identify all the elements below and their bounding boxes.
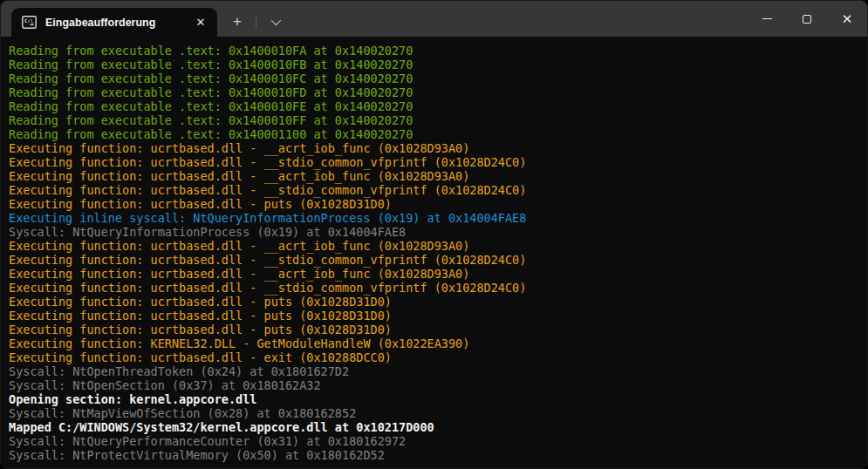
close-icon: ✕ <box>842 12 853 25</box>
terminal-line: Syscall: NtOpenSection (0x37) at 0x18016… <box>9 378 859 392</box>
terminal-line: Syscall: NtQueryInformationProcess (0x19… <box>9 225 859 239</box>
cmd-prompt-icon: C:\ <box>22 16 37 29</box>
terminal-line: Executing function: ucrtbased.dll - __ac… <box>9 141 859 155</box>
terminal-line: Executing function: ucrtbased.dll - __st… <box>9 155 859 169</box>
terminal-line: Executing function: ucrtbased.dll - __st… <box>9 253 859 267</box>
terminal-line: Syscall: NtOpenThreadToken (0x24) at 0x1… <box>9 364 859 378</box>
terminal-line: Executing function: ucrtbased.dll - puts… <box>9 295 859 309</box>
terminal-line: Opening section: kernel.appcore.dll <box>9 392 859 406</box>
terminal-line: Reading from executable .text: 0x1400010… <box>9 58 859 71</box>
svg-text:C:\: C:\ <box>24 18 33 24</box>
terminal-line: Executing function: ucrtbased.dll - __ac… <box>9 169 859 183</box>
tab-title: Eingabeaufforderung <box>45 17 191 29</box>
new-tab-button[interactable]: + <box>224 10 250 34</box>
terminal-line: Executing function: KERNEL32.DLL - GetMo… <box>9 336 859 350</box>
terminal-line: Syscall: NtQueryPerformanceCounter (0x31… <box>9 434 859 448</box>
tabbar-divider <box>256 14 256 29</box>
terminal-line: Executing function: ucrtbased.dll - __st… <box>9 281 859 295</box>
terminal-line: Syscall: NtMapViewOfSection (0x28) at 0x… <box>9 406 859 420</box>
terminal-line: Reading from executable .text: 0x1400010… <box>9 85 859 99</box>
terminal-line: Executing function: ucrtbased.dll - __ac… <box>9 267 859 281</box>
terminal-line: Reading from executable .text: 0x1400011… <box>9 127 859 141</box>
terminal-line: Executing inline syscall: NtQueryInforma… <box>9 211 859 225</box>
minimize-icon <box>762 18 772 19</box>
terminal-line: Mapped C:/WINDOWS/System32/kernel.appcor… <box>9 420 859 434</box>
terminal-line: Executing function: ucrtbased.dll - puts… <box>9 309 859 323</box>
terminal-line: Reading from executable .text: 0x1400010… <box>9 71 859 85</box>
maximize-icon <box>803 15 811 24</box>
maximize-button[interactable] <box>787 1 827 37</box>
titlebar: C:\ Eingabeaufforderung ✕ + ✕ <box>1 1 867 37</box>
terminal-line: Executing function: ucrtbased.dll - __st… <box>9 183 859 197</box>
terminal-line: Reading from executable .text: 0x1400010… <box>9 44 859 58</box>
terminal-output[interactable]: Reading from executable .text: 0x1400010… <box>1 37 867 468</box>
terminal-line: Reading from executable .text: 0x1400010… <box>9 113 859 127</box>
terminal-line: Syscall: NtProtectVirtualMemory (0x50) a… <box>9 448 859 462</box>
chevron-down-icon <box>271 16 281 25</box>
terminal-line: Reading from executable .text: 0x1400010… <box>9 99 859 113</box>
tab-eingabeaufforderung[interactable]: C:\ Eingabeaufforderung ✕ <box>11 8 217 37</box>
tab-dropdown-button[interactable] <box>262 10 288 34</box>
tab-close-icon[interactable]: ✕ <box>191 13 210 32</box>
terminal-line: Executing function: ucrtbased.dll - puts… <box>9 323 859 336</box>
terminal-line: Executing function: ucrtbased.dll - puts… <box>9 197 859 211</box>
terminal-line: Executing function: ucrtbased.dll - __ac… <box>9 239 859 253</box>
terminal-window: C:\ Eingabeaufforderung ✕ + ✕ Reading fr… <box>0 0 868 469</box>
minimize-button[interactable] <box>747 1 787 37</box>
window-controls: ✕ <box>747 1 867 37</box>
close-button[interactable]: ✕ <box>827 1 867 37</box>
terminal-line: Executing function: ucrtbased.dll - exit… <box>9 350 859 364</box>
